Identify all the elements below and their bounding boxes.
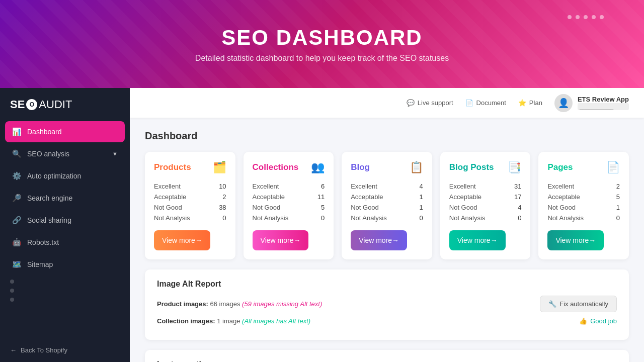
sidebar-logo: SE O AUDIT [0, 98, 130, 121]
products-view-more-button[interactable]: View more→ [154, 230, 210, 250]
products-card: Products 🗂️ Excellent10 Acceptable2 Not … [145, 152, 235, 259]
value: 0 [420, 214, 423, 222]
blog-card-title: Blog [351, 162, 370, 172]
seo-analysis-icon: 🔍 [12, 149, 21, 158]
value: 6 [321, 183, 325, 190]
label: Not Good [154, 204, 182, 211]
fix-automatically-button[interactable]: 🔧 Fix automatically [540, 296, 617, 312]
collections-card-title: Collections [253, 162, 299, 172]
sitemap-icon: 🗺️ [12, 260, 21, 269]
products-card-title: Products [154, 162, 191, 172]
plan-label: Plan [529, 99, 542, 107]
back-to-shopify-label: Back To Shopify [21, 346, 67, 354]
label: Excellent [351, 183, 377, 190]
document-icon: 📄 [465, 99, 473, 107]
label: Acceptable [154, 193, 186, 201]
document-nav[interactable]: 📄 Document [465, 99, 506, 107]
sidebar-item-sitemap[interactable]: 🗺️ Sitemap [5, 254, 125, 275]
sidebar-dots [10, 280, 14, 302]
label: Acceptable [449, 193, 481, 201]
product-images-row: Product images: 66 images (59 images mis… [157, 296, 617, 312]
sidebar-item-label: Search engine [27, 194, 72, 202]
value: 2 [616, 183, 620, 190]
top-nav: 💬 Live support 📄 Document ⭐ Plan 👤 ETS R… [130, 88, 644, 118]
plan-nav[interactable]: ⭐ Plan [518, 99, 542, 107]
label: Not Analysis [253, 214, 289, 222]
blog-posts-card: Blog Posts 📑 Excellent31 Acceptable17 No… [440, 152, 531, 259]
sidebar-item-robots-txt[interactable]: 🤖 Robots.txt [5, 232, 125, 253]
sidebar-item-label: Sitemap [27, 260, 53, 268]
collection-images-text: Collection images: 1 image (All images h… [157, 317, 310, 325]
label: Excellent [449, 183, 476, 190]
pages-card: Pages 📄 Excellent2 Acceptable5 Not Good1… [538, 152, 629, 259]
label: Acceptable [253, 193, 285, 201]
value: 5 [321, 204, 325, 211]
chat-icon: 💬 [407, 99, 415, 107]
sidebar-item-label: SEO analysis [27, 150, 69, 158]
product-images-text: Product images: 66 images (59 images mis… [157, 300, 322, 308]
value: 4 [518, 204, 521, 211]
label: Not Good [547, 204, 576, 211]
label: Acceptable [547, 193, 580, 201]
social-sharing-icon: 🔗 [12, 216, 21, 225]
blog-posts-card-title: Blog Posts [449, 162, 494, 172]
page-title: Dashboard [145, 130, 629, 142]
sidebar-item-label: Robots.txt [27, 238, 59, 246]
label: Not Analysis [547, 214, 584, 222]
label: Not Good [253, 204, 281, 211]
sidebar-item-dashboard[interactable]: 📊 Dashboard [5, 121, 125, 142]
products-card-icon: 🗂️ [213, 161, 226, 174]
label: Excellent [154, 183, 181, 190]
pages-card-title: Pages [547, 162, 573, 172]
value: 0 [321, 214, 325, 222]
live-support-nav[interactable]: 💬 Live support [407, 99, 453, 107]
sidebar-item-social-sharing[interactable]: 🔗 Social sharing [5, 210, 125, 231]
back-to-shopify-button[interactable]: ← Back To Shopify [0, 338, 130, 362]
fix-btn-label: Fix automatically [559, 300, 608, 308]
user-section: 👤 ETS Review App ___________ [554, 94, 629, 112]
wrench-icon: 🔧 [548, 300, 556, 308]
collections-view-more-button[interactable]: View more→ [253, 230, 309, 250]
last-sync-title: Last sync time [157, 360, 617, 362]
back-arrow-icon: ← [10, 346, 17, 354]
sidebar-item-seo-analysis[interactable]: 🔍 SEO analysis ▼ [5, 143, 125, 164]
dots-decoration [568, 15, 604, 19]
blog-card-icon: 📋 [410, 161, 423, 174]
image-alt-report-title: Image Alt Report [157, 280, 617, 289]
value: 4 [420, 183, 423, 190]
last-sync-section: Last sync time Last time your SEO data (… [145, 350, 629, 362]
document-label: Document [476, 99, 506, 107]
live-support-label: Live support [418, 99, 453, 107]
pages-view-more-button[interactable]: View more→ [547, 230, 604, 250]
dashboard-icon: 📊 [12, 127, 21, 136]
value: 11 [317, 193, 325, 201]
chevron-down-icon: ▼ [112, 151, 118, 157]
collections-card: Collections 👥 Excellent6 Acceptable11 No… [244, 152, 334, 259]
value: 38 [219, 204, 226, 211]
blog-posts-view-more-button[interactable]: View more→ [449, 230, 506, 250]
value: 1 [616, 204, 620, 211]
value: 1 [420, 193, 423, 201]
value: 2 [222, 193, 226, 201]
pages-card-icon: 📄 [606, 161, 620, 174]
sidebar-item-label: Dashboard [27, 128, 62, 136]
blog-view-more-button[interactable]: View more→ [351, 230, 407, 250]
blog-card: Blog 📋 Excellent4 Acceptable1 Not Good1 … [342, 152, 432, 259]
sidebar-item-search-engine[interactable]: 🔎 Search engine [5, 188, 125, 209]
thumbs-up-icon: 👍 [579, 317, 587, 325]
label: Acceptable [351, 193, 383, 201]
user-sub: ___________ [578, 103, 629, 110]
content-area: 💬 Live support 📄 Document ⭐ Plan 👤 ETS R… [130, 88, 644, 362]
value: 31 [514, 183, 521, 190]
main-content: Dashboard Products 🗂️ Excellent10 Accept… [130, 118, 644, 362]
sidebar: SE O AUDIT 📊 Dashboard 🔍 SEO analysis ▼ … [0, 88, 130, 362]
label: Not Good [351, 204, 379, 211]
value: 17 [514, 193, 521, 201]
value: 5 [616, 193, 620, 201]
value: 0 [518, 214, 521, 222]
search-engine-icon: 🔎 [12, 194, 21, 203]
auto-opt-icon: ⚙️ [12, 171, 21, 180]
sidebar-item-auto-optimization[interactable]: ⚙️ Auto optimization [5, 165, 125, 187]
user-name: ETS Review App [578, 96, 629, 103]
collection-images-row: Collection images: 1 image (All images h… [157, 317, 617, 325]
